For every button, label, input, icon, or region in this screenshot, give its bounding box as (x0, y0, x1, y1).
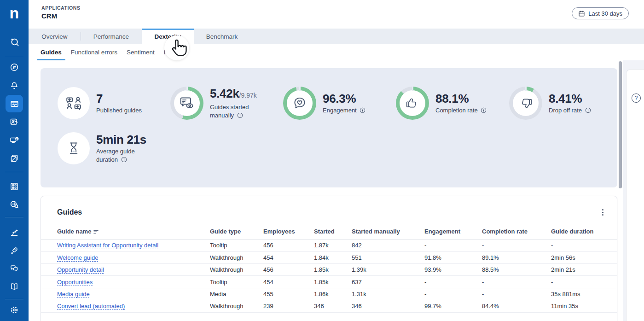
table-row: Opportunity detail Walkthrough 456 1.85k… (41, 264, 617, 276)
subtab-hidden-by-cursor[interactable]: F (160, 44, 171, 60)
sort-icon[interactable] (93, 229, 99, 234)
people-conversation-icon (65, 95, 82, 111)
sub-tabs: Guides Functional errors Sentiment F (29, 44, 644, 60)
guides-card: Guides Guide name Guide type Employees S… (41, 196, 617, 321)
column-guide-name[interactable]: Guide name (57, 228, 210, 235)
rocket-icon[interactable] (0, 241, 29, 260)
hourglass-icon (66, 140, 81, 156)
kpi-value: 88.1% (435, 92, 487, 105)
subtab-sentiment[interactable]: Sentiment (123, 44, 158, 60)
table-row: Welcome guide Walkthrough 454 1.84k 551 … (41, 252, 617, 264)
sidebar-item-application-experience-active[interactable] (6, 95, 23, 112)
kpi-label: Drop off rate (549, 106, 591, 115)
kpi-guides-started-manually: 5.42k/9.97k Guides started manually (170, 87, 262, 120)
column-guide-type[interactable]: Guide type (210, 228, 263, 235)
guide-link[interactable]: Opportunity detail (57, 266, 104, 273)
kpi-panel: 7 Published guides (41, 68, 617, 187)
workspace-layers-icon[interactable] (0, 149, 29, 168)
info-icon[interactable] (121, 157, 127, 163)
help-icon[interactable]: ? (632, 93, 641, 103)
subtab-functional-errors[interactable]: Functional errors (67, 44, 121, 60)
tab-dexterity[interactable]: Dexterity (142, 29, 194, 44)
kpi-ring (509, 87, 542, 120)
kpi-label: Published guides (96, 106, 142, 115)
breadcrumb: APPLICATIONS (41, 5, 81, 11)
help-panel: ? (626, 69, 644, 321)
sidebar-divider (5, 56, 23, 56)
calendar-icon (578, 10, 585, 17)
kpi-value: 7 (96, 92, 142, 105)
app-root: n (0, 0, 644, 321)
kpi-value: 8.41% (549, 92, 591, 105)
nexthink-logo: n (0, 2, 29, 24)
card-title: Guides (57, 208, 82, 216)
thumbs-down-icon (518, 96, 533, 111)
book-icon[interactable] (0, 277, 29, 296)
info-icon[interactable] (360, 107, 366, 113)
kpi-ring (396, 87, 429, 120)
guide-link[interactable]: Writing Assistant for Opportunity detail (57, 242, 158, 249)
sidebar-divider (5, 217, 23, 217)
column-engagement[interactable]: Engagement (424, 228, 482, 235)
kpi-ring (170, 87, 203, 120)
guide-link[interactable]: Welcome guide (57, 254, 98, 261)
column-started-manually[interactable]: Started manually (352, 228, 424, 235)
chat-heart-icon (292, 95, 307, 111)
column-started[interactable]: Started (314, 228, 352, 235)
kpi-published-guides: 7 Published guides (58, 87, 142, 119)
kpi-value: 96.3% (323, 92, 366, 105)
table-header: Guide name Guide type Employees Started … (41, 224, 617, 239)
page-header: APPLICATIONS CRM Last 30 days (29, 0, 644, 29)
sidebar: n (0, 0, 29, 321)
sidebar-divider (5, 299, 23, 299)
date-range-button[interactable]: Last 30 days (572, 7, 629, 19)
table-row: Convert lead (automated) Walkthrough 239… (41, 300, 617, 312)
info-icon[interactable] (585, 107, 591, 113)
device-globe-icon[interactable] (0, 131, 29, 150)
kpi-icon-circle (58, 87, 90, 119)
kpi-label: Guides started manually (210, 103, 262, 120)
table-row: Media guide Media 455 1.86k 1.31k - - 35… (41, 288, 617, 300)
search-sparkle-icon[interactable] (0, 33, 29, 51)
guide-link[interactable]: Convert lead (automated) (57, 303, 125, 309)
kpi-engagement: 96.3% Engagement (283, 87, 366, 120)
tab-overview[interactable]: Overview (29, 29, 81, 44)
column-completion-rate[interactable]: Completion rate (482, 228, 551, 235)
tab-performance[interactable]: Performance (81, 29, 142, 44)
kpi-drop-off-rate: 8.41% Drop off rate (509, 87, 591, 120)
employee-board-search-icon[interactable] (0, 113, 29, 131)
table-row: Opportunities Tooltip 454 1.85k 637 - - … (41, 276, 617, 288)
main-content: 7 Published guides (29, 60, 623, 321)
thumbs-up-icon (405, 96, 420, 111)
guide-link[interactable]: Media guide (57, 291, 90, 298)
subtab-guides[interactable]: Guides (37, 44, 65, 60)
gear-icon[interactable] (0, 301, 29, 319)
widget-grid-icon[interactable] (0, 177, 29, 196)
compass-icon[interactable] (0, 58, 29, 76)
page-title: CRM (41, 12, 57, 20)
right-rail: ? (623, 60, 644, 321)
guide-link[interactable]: Opportunities (57, 279, 93, 286)
table-row: Writing Assistant for Opportunity detail… (41, 239, 617, 251)
main-tabs: Overview Performance Dexterity Benchmark (29, 29, 644, 44)
robot-arm-icon[interactable] (0, 223, 29, 242)
kpi-average-guide-duration: 5min 21s Average guide duration (58, 132, 149, 164)
sidebar-divider (5, 172, 23, 172)
column-employees[interactable]: Employees (263, 228, 314, 235)
kpi-ring (283, 87, 316, 120)
tab-benchmark[interactable]: Benchmark (194, 29, 250, 44)
globe-search-icon[interactable] (0, 195, 29, 214)
kpi-label: Average guide duration (96, 147, 149, 164)
tooltip-eye-icon (179, 95, 195, 111)
bell-icon[interactable] (0, 76, 29, 95)
kebab-menu-icon[interactable] (600, 207, 606, 217)
kpi-completion-rate: 88.1% Completion rate (396, 87, 487, 120)
kpi-value: 5.42k/9.97k (210, 87, 262, 102)
info-icon[interactable] (481, 107, 487, 113)
title-divider (90, 213, 592, 213)
vertical-scrollbar[interactable] (619, 61, 622, 188)
info-icon[interactable] (237, 112, 243, 118)
chat-bubbles-icon[interactable] (0, 259, 29, 278)
column-guide-duration[interactable]: Guide duration (551, 228, 609, 235)
kpi-label: Completion rate (435, 106, 487, 115)
